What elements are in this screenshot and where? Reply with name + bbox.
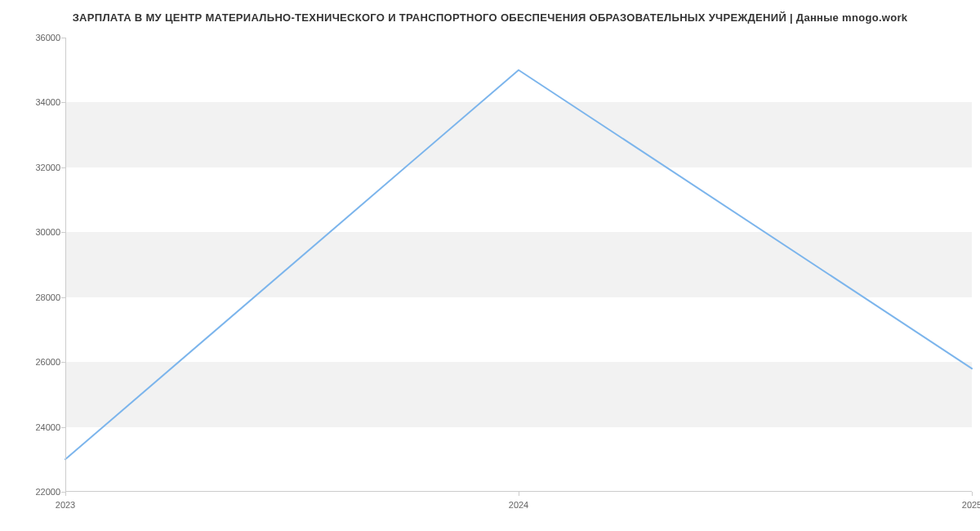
y-tick-mark (61, 427, 65, 428)
y-tick-label: 36000 (24, 33, 60, 42)
y-tick-mark (61, 38, 65, 38)
x-tick-mark (519, 492, 519, 496)
y-tick-mark (61, 232, 65, 233)
y-tick-label: 30000 (24, 227, 60, 237)
y-tick-mark (61, 167, 65, 168)
y-tick-label: 24000 (24, 422, 60, 432)
y-tick-label: 28000 (24, 292, 60, 302)
chart-container: ЗАРПЛАТА В МУ ЦЕНТР МАТЕРИАЛЬНО-ТЕХНИЧЕС… (0, 0, 980, 531)
x-tick-mark (972, 492, 973, 496)
y-tick-mark (61, 102, 65, 103)
x-tick-mark (65, 492, 66, 496)
y-tick-label: 26000 (24, 357, 60, 367)
x-tick-label: 2025 (962, 500, 980, 510)
x-tick-label: 2024 (509, 500, 528, 510)
y-tick-label: 34000 (24, 97, 60, 107)
y-tick-mark (61, 362, 65, 363)
y-tick-mark (61, 297, 65, 298)
plot-area: 2200024000260002800030000320003400036000… (65, 38, 972, 492)
y-tick-label: 22000 (24, 487, 60, 497)
y-axis-line (65, 38, 66, 492)
chart-title: ЗАРПЛАТА В МУ ЦЕНТР МАТЕРИАЛЬНО-ТЕХНИЧЕС… (0, 0, 980, 24)
line-svg (65, 38, 972, 492)
x-tick-label: 2023 (56, 500, 75, 510)
data-line (65, 70, 972, 460)
y-tick-label: 32000 (24, 163, 60, 172)
